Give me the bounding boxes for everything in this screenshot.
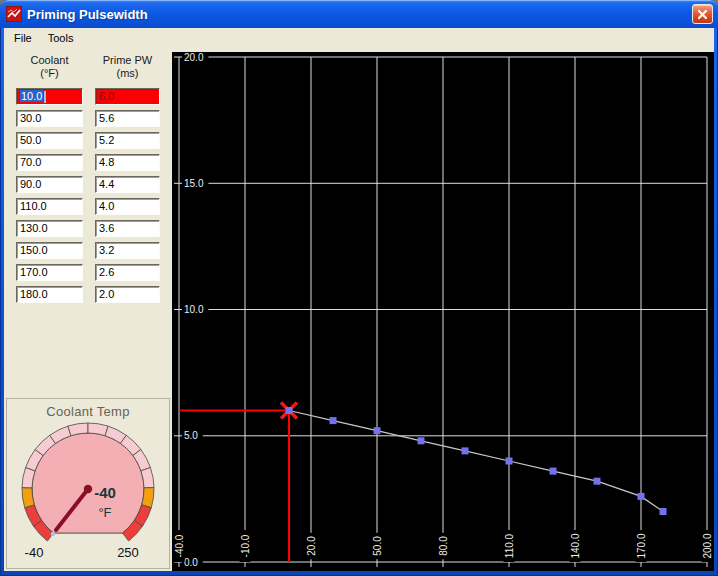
title-bar: Priming Pulsewidth (0, 0, 718, 28)
coolant-cell[interactable]: 70.0 (16, 154, 83, 171)
menu-bar: File Tools (4, 28, 714, 47)
window-title: Priming Pulsewidth (27, 7, 148, 22)
prime-pw-cell[interactable]: 4.0 (95, 198, 160, 215)
svg-text:50.0: 50.0 (372, 536, 383, 556)
coolant-header-title: Coolant (16, 54, 83, 67)
svg-text:-10.0: -10.0 (240, 534, 251, 557)
coolant-cell[interactable]: 10.0 (16, 88, 83, 105)
coolant-cell[interactable]: 30.0 (16, 110, 83, 127)
table-rows: 10.06.030.05.650.05.270.04.890.04.4110.0… (16, 88, 160, 308)
data-point (418, 437, 425, 444)
table-row: 150.03.2 (16, 242, 160, 259)
table-row: 90.04.4 (16, 176, 160, 193)
svg-text:5.0: 5.0 (184, 430, 198, 441)
coolant-cell[interactable]: 110.0 (16, 198, 83, 215)
table-row: 10.06.0 (16, 88, 160, 105)
prime-pw-cell[interactable]: 6.0 (95, 88, 160, 105)
app-icon (6, 6, 22, 22)
data-point (330, 417, 337, 424)
table-row: 180.02.0 (16, 286, 160, 303)
table-row: 170.02.6 (16, 264, 160, 281)
prime-pw-cell[interactable]: 5.6 (95, 110, 160, 127)
table-row: 50.05.2 (16, 132, 160, 149)
svg-text:110.0: 110.0 (504, 533, 515, 558)
coolant-cell[interactable]: 170.0 (16, 264, 83, 281)
svg-text:15.0: 15.0 (184, 178, 204, 189)
gauge-unit: °F (65, 505, 145, 520)
svg-text:200.0: 200.0 (702, 533, 713, 558)
prime-pw-cell[interactable]: 4.4 (95, 176, 160, 193)
prime-pw-header-title: Prime PW (95, 54, 160, 67)
data-point (594, 478, 601, 485)
coolant-header-unit: (°F) (16, 67, 83, 80)
svg-text:170.0: 170.0 (636, 533, 647, 558)
prime-pw-column-header: Prime PW (ms) (95, 54, 160, 80)
window-body: File Tools Coolant (°F) Prime PW (ms) 10… (4, 28, 714, 571)
content: Coolant (°F) Prime PW (ms) 10.06.030.05.… (4, 47, 714, 571)
gauge-min-label: -40 (13, 545, 55, 560)
table-row: 70.04.8 (16, 154, 160, 171)
data-point (660, 508, 667, 515)
coolant-cell[interactable]: 130.0 (16, 220, 83, 237)
data-point (550, 468, 557, 475)
prime-pw-cell[interactable]: 2.0 (95, 286, 160, 303)
close-icon (697, 9, 708, 20)
close-button[interactable] (692, 4, 713, 24)
gauge-title: Coolant Temp (7, 404, 169, 419)
left-panel: Coolant (°F) Prime PW (ms) 10.06.030.05.… (4, 47, 172, 571)
prime-pw-header-unit: (ms) (95, 67, 160, 80)
menu-tools[interactable]: Tools (40, 30, 82, 46)
svg-text:10.0: 10.0 (184, 304, 204, 315)
table-row: 110.04.0 (16, 198, 160, 215)
svg-text:140.0: 140.0 (570, 533, 581, 558)
table-row: 130.03.6 (16, 220, 160, 237)
data-point (638, 493, 645, 500)
coolant-column-header: Coolant (°F) (16, 54, 83, 80)
coolant-cell[interactable]: 150.0 (16, 242, 83, 259)
coolant-gauge: Coolant Temp -40 °F -40 250 (6, 398, 170, 569)
gauge-value: -40 (65, 484, 145, 501)
svg-text:20.0: 20.0 (306, 536, 317, 556)
table-row: 30.05.6 (16, 110, 160, 127)
svg-text:80.0: 80.0 (438, 536, 449, 556)
prime-pw-cell[interactable]: 2.6 (95, 264, 160, 281)
prime-pw-cell[interactable]: 3.2 (95, 242, 160, 259)
data-point (506, 458, 513, 465)
data-point (374, 427, 381, 434)
pulse-chart[interactable]: 0.05.010.015.020.0-40.0-10.020.050.080.0… (172, 47, 714, 571)
coolant-cell[interactable]: 50.0 (16, 132, 83, 149)
data-point (286, 407, 293, 414)
svg-text:-40.0: -40.0 (174, 534, 185, 557)
coolant-cell[interactable]: 90.0 (16, 176, 83, 193)
app-window: Priming Pulsewidth File Tools Coolant (°… (0, 0, 718, 576)
text-caret (44, 91, 46, 103)
data-point (462, 447, 469, 454)
gauge-max-label: 250 (107, 545, 149, 560)
chart-svg: 0.05.010.015.020.0-40.0-10.020.050.080.0… (172, 52, 714, 571)
prime-pw-cell[interactable]: 4.8 (95, 154, 160, 171)
menu-file[interactable]: File (6, 30, 40, 46)
svg-text:0.0: 0.0 (184, 557, 198, 568)
prime-pw-cell[interactable]: 5.2 (95, 132, 160, 149)
prime-pw-cell[interactable]: 3.6 (95, 220, 160, 237)
svg-text:20.0: 20.0 (184, 52, 204, 63)
coolant-cell[interactable]: 180.0 (16, 286, 83, 303)
